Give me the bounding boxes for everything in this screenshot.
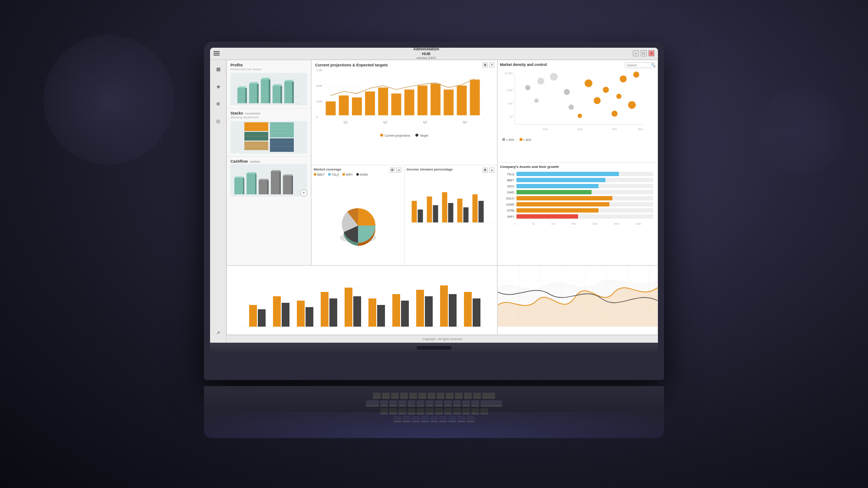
title-bar: Administation HUB version 3.071 − □ × [210,48,658,60]
svg-rect-37 [259,180,267,194]
projections-expand-btn[interactable]: ⊞ [483,62,488,68]
svg-rect-68 [418,210,423,223]
legend-target: Target [420,134,428,137]
x-label-2500: 2500 [614,223,619,225]
svg-rect-14 [292,82,294,103]
svg-rect-132 [473,298,480,327]
svg-rect-36 [255,174,256,194]
svg-point-108 [578,114,582,118]
y-label-500k: 500K [316,85,322,87]
svg-rect-61 [470,79,480,115]
asset-row-azmn: AZMN [502,202,653,206]
profits-widget: Profits Income and main shares [227,60,311,108]
stacks-title: Stacks [230,111,243,115]
svg-rect-31 [234,178,243,194]
market-coverage-close[interactable]: × [396,167,401,173]
svg-rect-126 [401,301,409,327]
income-streams-panel: Income streams percentage ⊞ × [404,165,497,265]
income-close[interactable]: × [489,167,494,173]
maximize-button[interactable]: □ [641,50,647,56]
svg-rect-121 [345,288,352,327]
sidebar-icon-grid[interactable]: ▦ [212,63,224,75]
sidebar-icon-layers[interactable]: ◈ [212,81,224,93]
svg-point-97 [550,73,558,81]
svg-rect-122 [353,296,361,327]
market-density-panel: Market density and control 🔍 [498,60,658,163]
svg-rect-113 [249,305,257,327]
svg-rect-54 [378,87,388,115]
legend-tslq: TSLQ [328,173,339,176]
svg-rect-72 [448,203,454,223]
cashflow-title: Cashflow [230,159,248,164]
right-y-top: — [483,69,493,72]
search-box[interactable]: 🔍 [625,62,655,68]
svg-point-94 [525,85,530,90]
svg-rect-76 [479,201,484,223]
app-title: Administation [413,48,439,52]
svg-rect-33 [243,178,244,194]
market-coverage-expand[interactable]: ⊞ [390,167,395,173]
svg-marker-4 [249,82,259,84]
svg-rect-123 [368,298,376,327]
profits-chart-area [230,73,307,105]
stacks-chart-area [230,121,307,154]
company-assets-title: Company's Assets and their growth [500,165,655,169]
svg-rect-43 [283,176,292,194]
svg-text:15%: 15% [542,128,548,131]
svg-text:30%: 30% [577,128,583,131]
svg-rect-55 [391,93,401,115]
svg-rect-71 [442,192,447,223]
sidebar-icon-cloud[interactable]: ◎ [212,115,224,128]
svg-text:100: 100 [508,102,513,105]
svg-rect-128 [425,296,433,327]
minimize-button[interactable]: − [633,50,639,56]
projections-close-btn[interactable]: × [489,62,494,68]
svg-point-98 [534,98,539,103]
svg-rect-40 [271,171,279,194]
pie-chart-container [314,178,402,273]
svg-rect-74 [464,207,469,223]
laptop-notch [417,346,451,350]
scatter-plot-svg: 10,000 1,000 100 10 15% 30% 55% 80% [500,68,655,135]
y-label-100k: 100K [316,100,322,103]
wave-chart-svg [498,266,658,335]
svg-marker-13 [284,80,294,82]
svg-rect-116 [282,303,289,327]
svg-text:Q2: Q2 [383,120,388,124]
svg-rect-53 [365,91,375,115]
app-title-line2: HUB [422,52,431,56]
svg-text:80%: 80% [638,128,644,131]
asset-row-niov: NIOV [502,184,653,188]
svg-marker-1 [237,86,247,88]
close-button[interactable]: × [648,50,654,56]
projection-chart-svg: Q1 Q2 Q3 Q4 [324,69,483,132]
sidebar: ▦ ◈ ⊕ ◎ ↗ [210,60,227,343]
hamburger-menu[interactable] [214,51,220,56]
center-panel: Current projections & Expected targets ⊞… [311,60,497,265]
svg-rect-130 [449,294,457,327]
svg-point-107 [612,111,618,117]
svg-rect-67 [412,201,417,223]
asset-row-gglo: GGLO [502,196,653,200]
svg-point-101 [603,87,609,93]
income-expand[interactable]: ⊞ [483,167,488,173]
bottom-bar-chart [227,266,497,335]
svg-point-100 [585,79,592,87]
svg-marker-35 [247,172,256,174]
search-input[interactable] [627,64,651,67]
sidebar-icon-globe[interactable]: ⊕ [212,98,224,110]
svg-rect-51 [339,95,349,115]
sidebar-icon-export[interactable]: ↗ [212,327,224,339]
svg-rect-120 [329,298,337,327]
add-widget-button[interactable]: + [300,190,307,197]
svg-rect-42 [279,171,281,194]
svg-rect-114 [258,309,266,327]
market-coverage-title: Market coverage [314,167,402,171]
svg-rect-131 [464,292,472,327]
right-panel: Market density and control 🔍 [497,60,658,265]
legend-miry: MIRY [342,173,353,176]
x-label-0: 0 [514,223,516,225]
svg-rect-69 [427,197,432,223]
svg-rect-9 [273,86,280,103]
svg-rect-118 [306,307,313,327]
